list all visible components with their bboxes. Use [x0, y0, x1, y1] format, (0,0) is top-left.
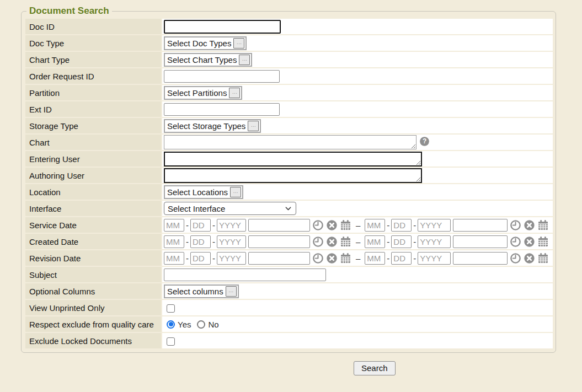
partition-browse-button[interactable]: ...	[229, 88, 240, 98]
revision-to-day-input[interactable]	[391, 252, 412, 265]
created-from-month-input[interactable]	[164, 235, 184, 248]
created-from-year-input[interactable]	[217, 235, 246, 248]
calendar-icon[interactable]	[537, 219, 549, 231]
row-authoring-user: Authoring User	[25, 168, 553, 183]
location-picker-label: Select Locations	[167, 187, 228, 197]
entering-user-textarea[interactable]	[164, 152, 422, 167]
clock-icon[interactable]	[312, 253, 324, 264]
date-range-separator: –	[356, 254, 360, 263]
exclude-locked-label: Exclude Locked Documents	[25, 333, 161, 348]
calendar-icon[interactable]	[537, 236, 549, 248]
storage-type-picker[interactable]: Select Storage Types ...	[164, 119, 261, 133]
created-from-time-input[interactable]	[248, 235, 310, 248]
row-exclude-locked: Exclude Locked Documents	[25, 333, 553, 348]
row-doc-type: Doc Type Select Doc Types ...	[25, 35, 553, 51]
exclude-locked-checkbox[interactable]	[167, 337, 175, 346]
subject-input[interactable]	[164, 269, 326, 281]
circle-x-icon[interactable]	[326, 219, 338, 231]
clock-icon[interactable]	[312, 219, 324, 231]
created-date-from-group: - -	[164, 235, 351, 248]
clock-icon[interactable]	[510, 236, 521, 248]
clock-icon[interactable]	[312, 236, 324, 248]
authoring-user-textarea[interactable]	[164, 168, 422, 183]
location-picker[interactable]: Select Locations ...	[164, 185, 243, 199]
created-from-day-input[interactable]	[190, 235, 211, 248]
respect-exclude-radio-group: Yes No	[164, 320, 552, 329]
row-location: Location Select Locations ...	[25, 184, 553, 200]
respect-exclude-no-radio[interactable]	[197, 320, 205, 329]
revision-to-year-input[interactable]	[418, 252, 451, 265]
circle-x-icon[interactable]	[326, 236, 338, 248]
question-circle-icon[interactable]	[419, 136, 430, 147]
service-date-range: - - – - -	[164, 219, 552, 232]
circle-x-icon[interactable]	[524, 219, 535, 231]
service-date-from-group: - -	[164, 219, 351, 232]
date-part-separator: -	[212, 254, 215, 263]
calendar-icon[interactable]	[340, 219, 351, 231]
doc-type-browse-button[interactable]: ...	[233, 38, 244, 49]
order-request-id-label: Order Request ID	[25, 68, 161, 84]
revision-date-from-group: - -	[164, 252, 351, 265]
service-to-time-input[interactable]	[453, 219, 508, 232]
search-button[interactable]: Search	[354, 361, 396, 375]
storage-type-browse-button[interactable]: ...	[248, 121, 259, 131]
view-unprinted-only-checkbox[interactable]	[167, 304, 175, 313]
created-to-year-input[interactable]	[418, 235, 451, 248]
service-from-month-input[interactable]	[164, 219, 184, 232]
row-respect-exclude: Respect exclude from quality care Yes No	[25, 316, 553, 332]
circle-x-icon[interactable]	[326, 253, 338, 264]
chart-type-browse-button[interactable]: ...	[239, 55, 250, 65]
date-range-separator: –	[356, 221, 360, 230]
circle-x-icon[interactable]	[524, 253, 535, 264]
service-from-day-input[interactable]	[190, 219, 211, 232]
chart-type-picker[interactable]: Select Chart Types ...	[164, 53, 252, 67]
ext-id-input[interactable]	[164, 103, 280, 116]
storage-type-picker-label: Select Storage Types	[167, 121, 245, 131]
clock-icon[interactable]	[510, 219, 521, 231]
doc-id-label: Doc ID	[25, 19, 161, 34]
date-part-separator: -	[186, 221, 189, 230]
interface-select[interactable]: Select Interface	[164, 202, 296, 215]
circle-x-icon[interactable]	[524, 236, 535, 248]
service-to-day-input[interactable]	[391, 219, 412, 232]
calendar-icon[interactable]	[340, 236, 351, 248]
chart-textarea[interactable]	[164, 135, 417, 149]
service-from-year-input[interactable]	[217, 219, 246, 232]
row-service-date: Service Date - - –	[25, 217, 553, 233]
doc-type-picker[interactable]: Select Doc Types ...	[164, 36, 247, 50]
date-range-separator: –	[356, 237, 360, 246]
service-to-year-input[interactable]	[418, 219, 451, 232]
service-from-time-input[interactable]	[248, 219, 310, 232]
service-date-label: Service Date	[25, 217, 161, 233]
revision-from-year-input[interactable]	[217, 252, 246, 265]
calendar-icon[interactable]	[537, 253, 549, 264]
date-part-separator: -	[186, 254, 189, 263]
row-ext-id: Ext ID	[25, 101, 553, 117]
created-to-month-input[interactable]	[365, 235, 385, 248]
chart-type-label: Chart Type	[25, 52, 161, 67]
revision-from-month-input[interactable]	[164, 252, 184, 265]
service-to-month-input[interactable]	[365, 219, 385, 232]
revision-to-time-input[interactable]	[453, 252, 508, 265]
revision-date-range: - - – - -	[164, 252, 552, 265]
optional-columns-browse-button[interactable]: ...	[226, 286, 237, 297]
clock-icon[interactable]	[510, 253, 521, 264]
created-to-time-input[interactable]	[453, 235, 508, 248]
created-to-day-input[interactable]	[391, 235, 412, 248]
revision-from-day-input[interactable]	[190, 252, 211, 265]
date-part-separator: -	[387, 254, 389, 263]
doc-type-label: Doc Type	[25, 35, 161, 51]
partition-picker[interactable]: Select Partitions ...	[164, 86, 242, 100]
location-label: Location	[25, 184, 161, 200]
doc-id-input[interactable]	[164, 20, 281, 34]
revision-from-time-input[interactable]	[248, 252, 310, 265]
date-part-separator: -	[413, 221, 416, 230]
respect-exclude-yes-radio[interactable]	[167, 320, 175, 329]
location-browse-button[interactable]: ...	[230, 187, 241, 197]
chevron-down-icon	[284, 205, 292, 213]
row-chart: Chart	[25, 135, 553, 150]
revision-to-month-input[interactable]	[365, 252, 385, 265]
order-request-id-input[interactable]	[164, 70, 280, 83]
calendar-icon[interactable]	[340, 253, 351, 264]
optional-columns-picker[interactable]: Select columns ...	[164, 284, 239, 298]
